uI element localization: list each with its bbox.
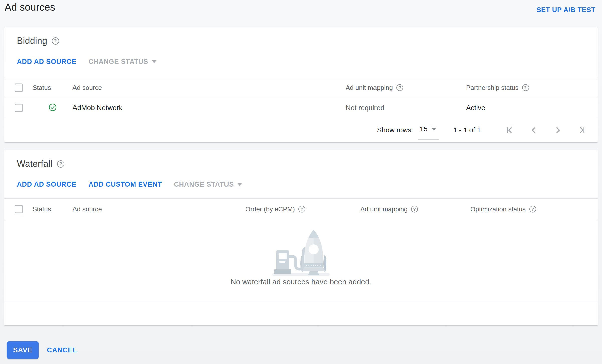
waterfall-card: Waterfall ? ADD AD SOURCE ADD CUSTOM EVE…	[4, 150, 598, 325]
cell-ad-unit-mapping: Not required	[346, 104, 384, 112]
pagination-range: 1 - 1 of 1	[453, 126, 481, 134]
partnership-status-help-icon[interactable]: ?	[522, 84, 529, 91]
save-button[interactable]: SAVE	[7, 341, 39, 359]
waterfall-change-status-label: CHANGE STATUS	[174, 180, 234, 188]
waterfall-col-order: Order (by eCPM) ?	[230, 205, 305, 213]
bidding-select-all-checkbox[interactable]	[15, 84, 23, 92]
bidding-col-partnership-status-label: Partnership status	[466, 84, 519, 92]
previous-page-icon[interactable]	[528, 124, 540, 136]
table-row-admob-network: AdMob Network Not required Active	[4, 98, 598, 118]
waterfall-add-ad-source-button[interactable]: ADD AD SOURCE	[17, 180, 76, 188]
waterfall-col-ad-source: Ad source	[72, 205, 102, 213]
chevron-down-icon	[431, 128, 436, 131]
cell-partnership-status: Active	[466, 104, 485, 112]
waterfall-help-icon[interactable]: ?	[57, 160, 64, 168]
waterfall-col-order-label: Order (by eCPM)	[245, 205, 295, 213]
waterfall-col-ad-unit-mapping-label: Ad unit mapping	[360, 205, 408, 213]
cell-ad-source: AdMob Network	[72, 104, 122, 112]
next-page-icon[interactable]	[552, 124, 564, 136]
rocket-refueling-illustration	[272, 228, 330, 279]
pagination-bar: Show rows: 15 1 - 1 of 1	[377, 118, 588, 142]
bidding-add-ad-source-button[interactable]: ADD AD SOURCE	[17, 58, 76, 66]
bidding-col-partnership-status: Partnership status ?	[466, 84, 529, 92]
waterfall-table-header-row: Status Ad source Order (by eCPM) ? Ad un…	[4, 198, 598, 220]
waterfall-actions: ADD AD SOURCE ADD CUSTOM EVENT CHANGE ST…	[17, 179, 242, 189]
bidding-col-status: Status	[33, 84, 51, 92]
bidding-actions: ADD AD SOURCE CHANGE STATUS	[17, 57, 156, 67]
bidding-table-header-row: Status Ad source Ad unit mapping ? Partn…	[4, 78, 598, 98]
order-ecpm-help-icon[interactable]: ?	[298, 206, 305, 212]
chevron-down-icon	[152, 60, 156, 63]
bidding-title-text: Bidding	[17, 36, 47, 46]
waterfall-select-all-checkbox[interactable]	[15, 205, 23, 213]
divider	[4, 302, 598, 302]
page-title: Ad sources	[5, 2, 55, 13]
status-active-check-icon	[49, 103, 57, 112]
chevron-down-icon	[237, 183, 242, 186]
waterfall-col-status: Status	[33, 205, 51, 213]
bidding-col-ad-unit-mapping-label: Ad unit mapping	[346, 84, 393, 92]
waterfall-change-status-button[interactable]: CHANGE STATUS	[174, 180, 242, 188]
waterfall-empty-message: No waterfall ad sources have been added.	[4, 278, 598, 286]
last-page-icon[interactable]	[576, 124, 588, 136]
ad-sources-page: Ad sources SET UP A/B TEST Bidding ? ADD…	[0, 0, 602, 364]
optimization-status-help-icon[interactable]: ?	[529, 206, 536, 212]
cancel-button[interactable]: CANCEL	[47, 341, 77, 359]
waterfall-add-custom-event-button[interactable]: ADD CUSTOM EVENT	[88, 180, 162, 188]
waterfall-col-ad-unit-mapping: Ad unit mapping ?	[360, 205, 418, 213]
select-underline	[418, 139, 439, 140]
bidding-card: Bidding ? ADD AD SOURCE CHANGE STATUS St…	[4, 27, 598, 142]
bidding-section-title: Bidding ?	[17, 36, 59, 46]
waterfall-ad-unit-mapping-help-icon[interactable]: ?	[411, 206, 418, 212]
divider	[4, 220, 598, 220]
bidding-col-ad-source: Ad source	[72, 84, 102, 92]
set-up-ab-test-link[interactable]: SET UP A/B TEST	[536, 6, 595, 14]
bidding-change-status-button[interactable]: CHANGE STATUS	[88, 58, 156, 66]
show-rows-label: Show rows:	[377, 126, 413, 134]
bidding-col-ad-unit-mapping: Ad unit mapping ?	[346, 84, 403, 92]
row-checkbox[interactable]	[15, 104, 23, 112]
waterfall-title-text: Waterfall	[17, 159, 53, 169]
pager-buttons	[504, 124, 588, 136]
waterfall-col-optimization-status: Optimization status ?	[470, 205, 536, 213]
bidding-change-status-label: CHANGE STATUS	[88, 58, 148, 66]
rows-per-page-value: 15	[420, 125, 427, 133]
ad-unit-mapping-help-icon[interactable]: ?	[396, 84, 403, 91]
first-page-icon[interactable]	[504, 124, 515, 136]
waterfall-col-optimization-status-label: Optimization status	[470, 205, 526, 213]
waterfall-section-title: Waterfall ?	[17, 159, 64, 169]
bidding-help-icon[interactable]: ?	[52, 37, 59, 45]
rows-per-page-select[interactable]: 15	[419, 124, 437, 137]
